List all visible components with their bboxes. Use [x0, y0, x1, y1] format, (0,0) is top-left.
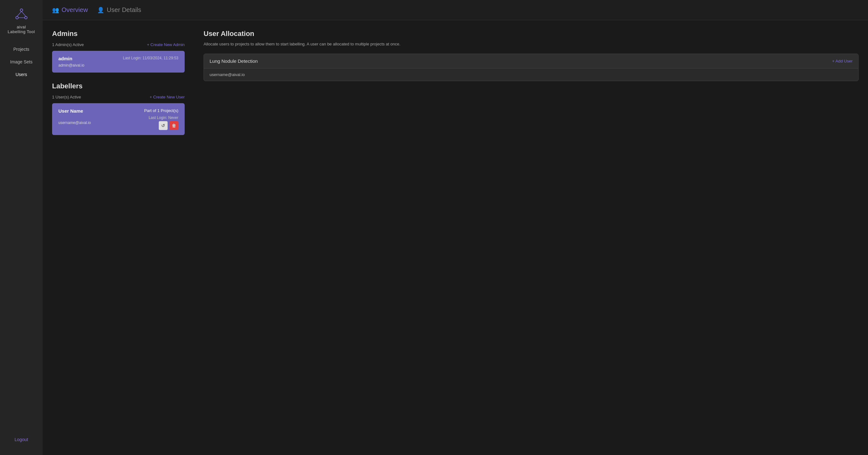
project-allocation-card: Lung Nodule Detection + Add User usernam… [204, 54, 859, 81]
admin-email: admin@aival.io [58, 63, 178, 67]
sidebar-bottom: Logout [0, 437, 42, 449]
admin-last-login: Last Login: 11/03/2024, 11:29:53 [123, 56, 178, 60]
project-allocation-header: Lung Nodule Detection + Add User [204, 54, 858, 68]
create-admin-link[interactable]: + Create New Admin [147, 42, 185, 47]
admins-title: Admins [52, 30, 185, 38]
allocation-title: User Allocation [204, 30, 859, 38]
logo-area: aival Labelling Tool [7, 6, 35, 34]
svg-point-1 [16, 17, 18, 19]
project-name: Lung Nodule Detection [210, 58, 258, 64]
reset-password-button[interactable]: ↺ [159, 121, 167, 130]
sidebar-item-imagesets[interactable]: Image Sets [0, 56, 42, 67]
admin-card[interactable]: admin Last Login: 11/03/2024, 11:29:53 a… [52, 51, 185, 72]
labellers-title: Labellers [52, 82, 185, 90]
right-panel: User Allocation Allocate users to projec… [194, 20, 868, 455]
sidebar-item-users[interactable]: Users [0, 69, 42, 80]
add-user-button[interactable]: + Add User [832, 59, 852, 63]
tab-overview[interactable]: 👥 Overview [52, 6, 88, 13]
labeller-project: Part of 1 Project(s) [144, 108, 178, 113]
page-body: Admins 1 Admin(s) Active + Create New Ad… [42, 20, 868, 455]
logo-icon [13, 6, 30, 23]
labeller-last-login: Last Login: Never [149, 116, 178, 120]
labeller-email: username@aival.io [58, 121, 91, 125]
svg-line-3 [17, 11, 22, 17]
admin-card-header: admin Last Login: 11/03/2024, 11:29:53 [58, 56, 178, 61]
labeller-name: User Name [58, 108, 83, 113]
tab-user-details[interactable]: 👤 User Details [97, 6, 141, 13]
labellers-section: Labellers 1 User(s) Active + Create New … [52, 82, 185, 135]
allocated-user: username@aival.io [204, 68, 858, 81]
labeller-actions: ↺ 🗑 [159, 121, 178, 130]
main-content: 👥 Overview 👤 User Details Admins 1 Admin… [42, 0, 868, 455]
app-name: aival [17, 25, 26, 29]
labellers-header: 1 User(s) Active + Create New User [52, 95, 185, 99]
sidebar-item-projects[interactable]: Projects [0, 43, 42, 55]
admins-section: Admins 1 Admin(s) Active + Create New Ad… [52, 30, 185, 72]
labellers-count: 1 User(s) Active [52, 95, 81, 99]
admins-header: 1 Admin(s) Active + Create New Admin [52, 42, 185, 47]
left-panel: Admins 1 Admin(s) Active + Create New Ad… [42, 20, 194, 455]
user-details-icon: 👤 [97, 7, 104, 13]
labeller-card[interactable]: User Name Part of 1 Project(s) username@… [52, 103, 185, 135]
logout-button[interactable]: Logout [14, 437, 28, 442]
labeller-card-header: User Name Part of 1 Project(s) [58, 108, 178, 113]
tab-overview-label: Overview [62, 6, 88, 13]
svg-point-0 [20, 9, 23, 11]
labeller-meta: Part of 1 Project(s) [144, 108, 178, 113]
app-subtitle: Labelling Tool [7, 29, 35, 34]
overview-icon: 👥 [52, 7, 59, 13]
allocation-desc: Allocate users to projects to allow them… [204, 41, 859, 47]
svg-line-4 [22, 11, 26, 17]
create-user-link[interactable]: + Create New User [150, 95, 185, 99]
delete-user-button[interactable]: 🗑 [169, 121, 178, 130]
admin-name: admin [58, 56, 72, 61]
labeller-right: Last Login: Never ↺ 🗑 [149, 116, 178, 130]
sidebar-nav: Projects Image Sets Users [0, 43, 42, 80]
admins-count: 1 Admin(s) Active [52, 42, 84, 47]
tab-user-details-label: User Details [107, 6, 141, 13]
svg-point-2 [25, 17, 27, 19]
labeller-card-footer: username@aival.io Last Login: Never ↺ 🗑 [58, 116, 178, 130]
sidebar: aival Labelling Tool Projects Image Sets… [0, 0, 42, 455]
top-nav: 👥 Overview 👤 User Details [42, 0, 868, 20]
